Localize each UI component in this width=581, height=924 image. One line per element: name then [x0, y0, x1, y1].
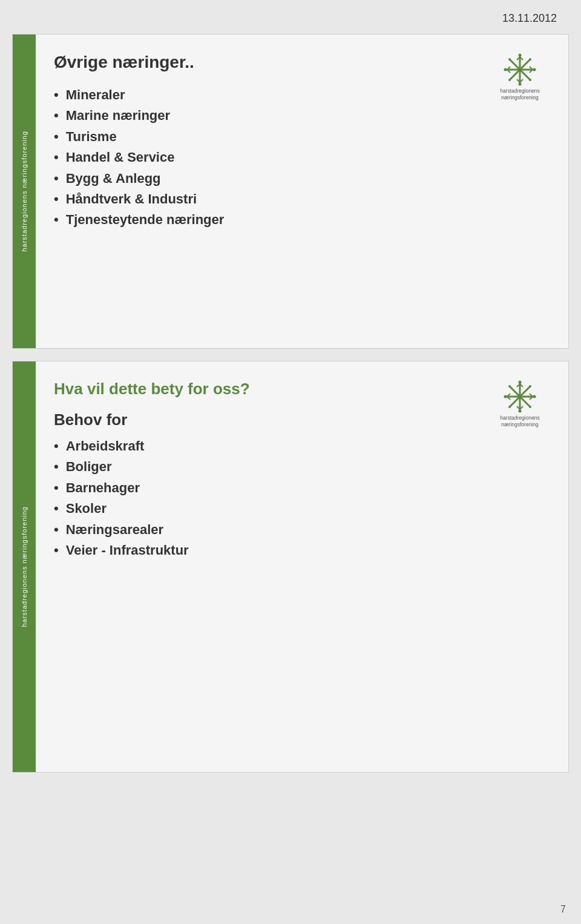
- svg-point-14: [519, 82, 522, 85]
- svg-point-40: [508, 406, 511, 408]
- svg-point-16: [533, 68, 536, 71]
- behov-title: Behov for: [54, 411, 550, 429]
- slide-1-sidebar: harstadregionens næringsforening: [13, 35, 36, 348]
- svg-point-37: [533, 395, 536, 398]
- date-header: 13.11.2012: [12, 12, 569, 25]
- page: 13.11.2012 harstadregionens næringsforen…: [0, 0, 581, 924]
- svg-point-12: [518, 68, 522, 71]
- svg-point-19: [508, 79, 511, 81]
- slide-1-content: Øvrige næringer.. Mineraler Marine nærin…: [36, 35, 568, 348]
- list-item: Boliger: [54, 459, 550, 475]
- list-item: Tjenesteytende næringer: [54, 212, 550, 228]
- slide-2: harstadregionens næringsforening Hva vil…: [12, 361, 569, 773]
- slide-1-logo-text: harstadregionens næringsforening: [500, 88, 540, 101]
- svg-point-36: [504, 395, 507, 398]
- svg-point-35: [519, 409, 522, 412]
- slide-2-content: Hva vil dette bety for oss? Behov for Ar…: [36, 361, 568, 772]
- slide-2-sidebar: harstadregionens næringsforening: [13, 361, 36, 772]
- svg-point-39: [529, 385, 531, 388]
- list-item: Bygg & Anlegg: [54, 171, 550, 186]
- slide-1: harstadregionens næringsforening Øvrige …: [12, 34, 569, 349]
- svg-point-38: [508, 385, 511, 388]
- slide-2-logo: harstadregionens næringsforening: [487, 377, 553, 431]
- svg-point-15: [504, 68, 507, 71]
- list-item: Marine næringer: [54, 108, 550, 124]
- list-item: Mineraler: [54, 87, 550, 103]
- list-item: Barnehager: [54, 480, 550, 496]
- svg-point-41: [529, 406, 531, 408]
- slide-1-sidebar-text: harstadregionens næringsforening: [21, 131, 28, 252]
- slide-1-logo: harstadregionens næringsforening: [487, 50, 553, 104]
- logo-icon: [502, 380, 538, 413]
- slide-1-bullet-list: Mineraler Marine næringer Turisme Handel…: [54, 87, 550, 228]
- logo-icon: [502, 53, 538, 86]
- date-text: 13.11.2012: [502, 12, 557, 24]
- slide-2-bullet-list: Arbeidskraft Boliger Barnehager Skoler N…: [54, 438, 550, 558]
- slide-1-title: Øvrige næringer..: [54, 53, 550, 72]
- page-number: 7: [560, 904, 566, 915]
- list-item: Næringsarealer: [54, 522, 550, 538]
- list-item: Veier - Infrastruktur: [54, 543, 550, 558]
- svg-point-18: [529, 58, 531, 61]
- slide-2-logo-text: harstadregionens næringsforening: [500, 415, 540, 428]
- svg-point-17: [508, 58, 511, 61]
- list-item: Turisme: [54, 129, 550, 145]
- svg-point-13: [519, 53, 522, 56]
- svg-point-34: [519, 380, 522, 383]
- list-item: Håndtverk & Industri: [54, 191, 550, 207]
- slide-2-title: Hva vil dette bety for oss?: [54, 380, 550, 398]
- list-item: Skoler: [54, 501, 550, 516]
- svg-point-33: [518, 395, 522, 398]
- slide-2-sidebar-text: harstadregionens næringsforening: [21, 506, 28, 627]
- list-item: Arbeidskraft: [54, 438, 550, 454]
- svg-point-20: [529, 79, 531, 81]
- list-item: Handel & Service: [54, 150, 550, 165]
